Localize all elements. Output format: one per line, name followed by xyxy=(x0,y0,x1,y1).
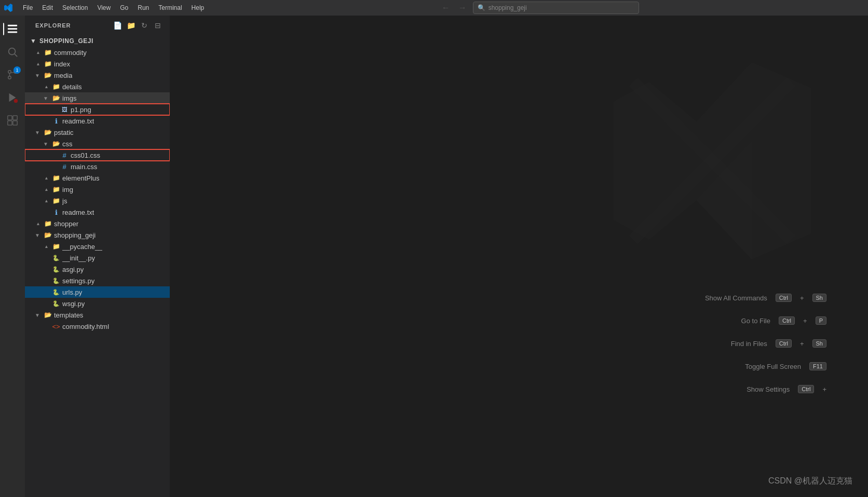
activity-run-debug[interactable] xyxy=(3,88,22,107)
search-icon: 🔍 xyxy=(478,4,485,11)
explorer-tree: ▼ SHOPPING_GEJI ▸ 📁 commodity ▸ 📁 index xyxy=(25,35,170,497)
sidebar-item-maincss[interactable]: # main.css xyxy=(25,161,170,172)
kbd-p: P xyxy=(816,316,826,325)
sidebar-item-img[interactable]: ▸ 📁 img xyxy=(25,184,170,195)
sidebar-item-settings-py[interactable]: 🐍 settings.py xyxy=(25,275,170,286)
file-label: urls.py xyxy=(62,288,82,296)
new-file-button[interactable]: 📄 xyxy=(112,20,123,31)
kbd-shift2: Sh xyxy=(812,339,826,348)
sidebar-item-details[interactable]: ▸ 📁 details xyxy=(25,81,170,92)
editor-area: Show All Commands Ctrl + Sh Go to File C… xyxy=(170,16,868,497)
svg-rect-13 xyxy=(13,116,17,120)
sidebar-item-p1png[interactable]: 🖼 p1.png xyxy=(25,104,170,115)
sidebar-item-commodity-html[interactable]: <> commodity.html xyxy=(25,321,170,332)
menu-edit[interactable]: Edit xyxy=(38,3,57,12)
file-label: readme.txt xyxy=(62,209,94,216)
py-file-icon: 🐍 xyxy=(52,288,60,296)
sidebar-item-pycache[interactable]: ▸ 📁 __pycache__ xyxy=(25,241,170,252)
sidebar-item-css[interactable]: ▼ 📂 css xyxy=(25,138,170,149)
sidebar-item-shopping-geji[interactable]: ▼ 📂 shopping_geji xyxy=(25,229,170,241)
file-label: readme.txt xyxy=(62,117,94,125)
csdn-watermark: CSDN @机器人迈克猫 xyxy=(768,476,852,487)
new-folder-button[interactable]: 📁 xyxy=(125,20,137,31)
sidebar-item-urls-py[interactable]: 🐍 urls.py xyxy=(25,286,170,298)
menu-file[interactable]: File xyxy=(19,3,37,12)
activity-extensions[interactable] xyxy=(3,111,22,130)
command-hints: Show All Commands Ctrl + Sh Go to File C… xyxy=(705,294,826,393)
command-label: Go to File xyxy=(741,317,770,325)
sidebar-item-asgi-py[interactable]: 🐍 asgi.py xyxy=(25,264,170,275)
folder-icon: 📁 xyxy=(44,48,52,57)
menu-terminal[interactable]: Terminal xyxy=(154,3,186,12)
sidebar-item-wsgi-py[interactable]: 🐍 wsgi.py xyxy=(25,298,170,309)
command-palette[interactable]: 🔍 shopping_geji xyxy=(473,2,639,14)
chevron-icon: ▸ xyxy=(33,60,42,68)
nav-forward-button[interactable]: → xyxy=(456,2,469,14)
vscode-watermark xyxy=(608,57,816,265)
nav-back-button[interactable]: ← xyxy=(440,2,452,14)
html-file-icon: <> xyxy=(52,322,60,330)
folder-label: index xyxy=(54,60,70,68)
activity-source-control[interactable]: 1 xyxy=(3,65,22,84)
folder-open-icon: 📂 xyxy=(44,311,52,319)
kbd-ctrl: Ctrl xyxy=(776,339,792,348)
folder-label: media xyxy=(54,72,72,79)
folder-label: shopper xyxy=(54,220,78,228)
sidebar-item-index[interactable]: ▸ 📁 index xyxy=(25,58,170,70)
menu-go[interactable]: Go xyxy=(116,3,132,12)
kbd-f11: F11 xyxy=(809,362,826,370)
titlebar: File Edit Selection View Go Run Terminal… xyxy=(0,0,868,16)
folder-label: commodity xyxy=(54,49,87,57)
png-file-icon: 🖼 xyxy=(60,105,69,114)
svg-line-4 xyxy=(15,54,17,57)
root-folder[interactable]: ▼ SHOPPING_GEJI xyxy=(25,35,170,47)
kbd-ctrl2: Ctrl xyxy=(798,385,814,393)
folder-open-icon: 📂 xyxy=(52,94,60,102)
sidebar: EXPLORER 📄 📁 ↻ ⊟ ▼ SHOPPING_GEJI ▸ 📁 com… xyxy=(25,16,170,497)
menu-help[interactable]: Help xyxy=(187,3,209,12)
sidebar-item-templates[interactable]: ▼ 📂 templates xyxy=(25,309,170,321)
svg-rect-2 xyxy=(8,32,17,33)
chevron-icon: ▼ xyxy=(42,94,50,102)
root-folder-label: SHOPPING_GEJI xyxy=(39,37,93,45)
chevron-icon: ▸ xyxy=(42,185,50,194)
folder-icon: 📁 xyxy=(44,219,52,228)
main-area: 1 EXPLORER 📄 📁 ↻ ⊟ xyxy=(0,16,868,497)
folder-icon: 📁 xyxy=(44,60,52,68)
sidebar-item-elementplus[interactable]: ▸ 📁 elementPlus xyxy=(25,172,170,184)
search-text: shopping_geji xyxy=(489,4,527,11)
svg-rect-0 xyxy=(8,25,17,26)
folder-open-icon: 📂 xyxy=(44,231,52,239)
sidebar-item-pstatic[interactable]: ▼ 📂 pstatic xyxy=(25,127,170,138)
sidebar-item-commodity[interactable]: ▸ 📁 commodity xyxy=(25,47,170,58)
folder-label: pstatic xyxy=(54,129,74,136)
sidebar-item-js[interactable]: ▸ 📁 js xyxy=(25,195,170,206)
py-file-icon: 🐍 xyxy=(52,299,60,308)
menu-view[interactable]: View xyxy=(93,3,115,12)
sidebar-item-init-py[interactable]: 🐍 __init__.py xyxy=(25,252,170,264)
sidebar-item-media[interactable]: ▼ 📂 media xyxy=(25,70,170,81)
chevron-icon: ▸ xyxy=(42,242,50,251)
sidebar-item-css01[interactable]: # css01.css xyxy=(25,149,170,161)
refresh-button[interactable]: ↻ xyxy=(139,20,150,31)
chevron-icon: ▼ xyxy=(33,71,42,79)
menu-bar: File Edit Selection View Go Run Terminal… xyxy=(19,3,208,12)
chevron-icon: ▼ xyxy=(42,140,50,148)
folder-label: css xyxy=(62,140,73,148)
file-label: asgi.py xyxy=(62,266,84,273)
sidebar-item-readme-media[interactable]: ℹ readme.txt xyxy=(25,115,170,127)
folder-icon: 📁 xyxy=(52,82,60,91)
svg-rect-1 xyxy=(8,28,17,30)
chevron-icon: ▸ xyxy=(33,219,42,228)
sidebar-item-imgs[interactable]: ▼ 📂 imgs xyxy=(25,92,170,104)
activity-explorer[interactable] xyxy=(3,20,22,38)
collapse-button[interactable]: ⊟ xyxy=(152,20,164,31)
svg-point-3 xyxy=(9,48,16,55)
menu-run[interactable]: Run xyxy=(133,3,153,12)
svg-point-5 xyxy=(8,76,11,79)
menu-selection[interactable]: Selection xyxy=(58,3,92,12)
activity-search[interactable] xyxy=(3,43,22,61)
sidebar-item-shopper[interactable]: ▸ 📁 shopper xyxy=(25,218,170,229)
chevron-icon: ▸ xyxy=(42,82,50,91)
sidebar-item-readme-pstatic[interactable]: ℹ readme.txt xyxy=(25,206,170,218)
